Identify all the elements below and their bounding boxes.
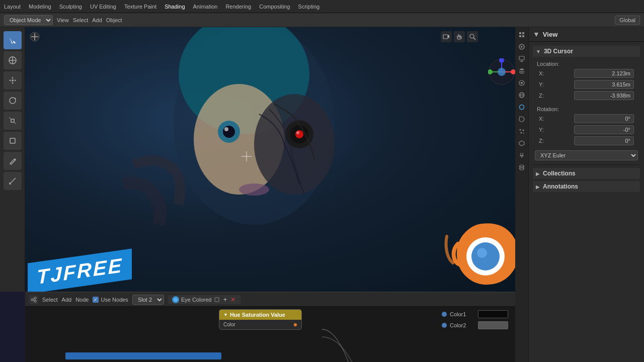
ry-row: Y: -0°: [537, 125, 636, 134]
toolbar-view[interactable]: View: [57, 17, 69, 23]
svg-point-67: [31, 299, 33, 301]
view-header: ▼ View: [529, 27, 644, 42]
svg-point-63: [520, 165, 524, 167]
properties-view-icon[interactable]: [516, 29, 527, 40]
material-delete-icon[interactable]: ✕: [229, 296, 236, 303]
object-icon[interactable]: [516, 102, 527, 113]
output-icon[interactable]: [516, 53, 527, 64]
svg-line-6: [9, 117, 11, 119]
svg-line-29: [473, 38, 475, 40]
mode-select[interactable]: Object Mode: [4, 15, 53, 25]
z-label: Z:: [539, 93, 574, 99]
svg-rect-5: [11, 119, 14, 122]
menu-layout[interactable]: Layout: [4, 4, 21, 10]
location-label: Location:: [537, 61, 636, 67]
color2-label: Color2: [450, 322, 475, 328]
node-toolbar: Select Add Node ✓ Use Nodes Slot 2 Eye C…: [25, 293, 515, 307]
hand-icon[interactable]: [454, 31, 465, 42]
svg-line-7: [14, 122, 16, 124]
rx-value[interactable]: 0°: [574, 114, 634, 123]
color2-dot: [442, 323, 447, 328]
global-dropdown[interactable]: Global: [615, 16, 640, 25]
panel-content: ▼ 3D Cursor Location: X: 2.123m Y: 3.615…: [529, 42, 644, 198]
main-viewport[interactable]: TJFREE: [25, 27, 528, 292]
menu-sculpting[interactable]: Sculpting: [59, 4, 82, 10]
search-icon[interactable]: [467, 31, 478, 42]
blender-logo: [443, 209, 521, 287]
menu-modeling[interactable]: Modeling: [29, 4, 51, 10]
collections-section: ▶ Collections: [533, 168, 640, 179]
svg-rect-43: [519, 32, 521, 34]
physics-icon[interactable]: [516, 138, 527, 149]
annotations-section: ▶ Annotations: [533, 181, 640, 192]
toolbar-add[interactable]: Add: [92, 17, 102, 23]
slot-select[interactable]: Slot 2: [132, 295, 164, 305]
world-icon[interactable]: [516, 89, 527, 101]
svg-point-28: [470, 34, 474, 38]
cursor-rotation-area: Rotation: X: 0° Y: -0° Z: 0°: [533, 104, 640, 149]
svg-rect-45: [519, 35, 521, 37]
constraints-icon[interactable]: [516, 150, 527, 161]
use-nodes-toggle[interactable]: ✓ Use Nodes: [93, 297, 128, 303]
color2-row: Color2: [440, 320, 510, 330]
menu-compositing[interactable]: Compositing: [259, 4, 290, 10]
svg-point-18: [224, 127, 228, 131]
node-select[interactable]: Select: [42, 297, 58, 303]
modifier-icon[interactable]: [516, 114, 527, 125]
viewport-controls: [441, 31, 478, 42]
ry-label: Y:: [539, 127, 574, 133]
color-swatches-area: Color1 Color2: [440, 309, 510, 331]
menu-uv-editing[interactable]: UV Editing: [90, 4, 116, 10]
collections-header[interactable]: ▶ Collections: [533, 168, 640, 179]
annotations-header[interactable]: ▶ Annotations: [533, 181, 640, 192]
x-value[interactable]: 2.123m: [574, 69, 634, 78]
menu-texture-paint[interactable]: Texture Paint: [124, 4, 156, 10]
scene-icon[interactable]: [516, 77, 527, 88]
menu-scripting[interactable]: Scripting: [298, 4, 319, 10]
menu-shading[interactable]: Shading: [165, 4, 185, 10]
view-layer-icon[interactable]: [516, 65, 527, 76]
annotations-title: Annotations: [543, 183, 578, 190]
cursor-tool[interactable]: [4, 51, 22, 69]
y-value[interactable]: 3.615m: [574, 80, 634, 89]
node-editor-icon[interactable]: [29, 295, 38, 304]
particles-icon[interactable]: [516, 126, 527, 137]
select-tool[interactable]: [4, 31, 22, 49]
material-browse-icon[interactable]: [213, 296, 220, 303]
node-node[interactable]: Node: [75, 297, 89, 303]
move-tool[interactable]: [4, 71, 22, 89]
material-new-icon[interactable]: +: [221, 296, 228, 303]
measure-tool[interactable]: [4, 172, 22, 190]
node-add[interactable]: Add: [62, 297, 72, 303]
rotate-tool[interactable]: [4, 92, 22, 110]
menu-animation[interactable]: Animation: [193, 4, 218, 10]
ry-value[interactable]: -0°: [574, 125, 634, 134]
rotation-mode-select[interactable]: XYZ Euler: [535, 150, 638, 160]
z-value[interactable]: -3.938m: [574, 91, 634, 100]
data-icon[interactable]: [516, 162, 527, 173]
menu-rendering[interactable]: Rendering: [225, 4, 251, 10]
hue-saturation-node[interactable]: ▼ Hue Saturation Value Color: [219, 309, 302, 330]
toolbar-select[interactable]: Select: [73, 17, 89, 23]
node-canvas[interactable]: ▼ Hue Saturation Value Color Color1 Colo…: [25, 307, 515, 362]
toolbar-object[interactable]: Object: [106, 17, 122, 23]
svg-line-71: [33, 300, 34, 301]
camera-icon[interactable]: [441, 31, 452, 42]
svg-point-59: [521, 132, 522, 134]
cursor-section-header[interactable]: ▼ 3D Cursor: [533, 46, 640, 57]
rx-row: X: 0°: [537, 114, 636, 123]
rz-value[interactable]: 0°: [574, 136, 634, 145]
annotate-tool[interactable]: [4, 152, 22, 170]
svg-point-37: [498, 68, 506, 76]
node-editor: Select Add Node ✓ Use Nodes Slot 2 Eye C…: [25, 292, 515, 362]
rz-label: Z:: [539, 138, 574, 144]
color2-swatch[interactable]: [478, 321, 508, 329]
scale-tool[interactable]: [4, 112, 22, 130]
use-nodes-checkbox[interactable]: ✓: [93, 297, 99, 303]
cursor-triangle: ▼: [536, 49, 541, 54]
render-icon[interactable]: [516, 41, 527, 52]
transform-tool[interactable]: [4, 132, 22, 150]
viewport-gizmo[interactable]: [488, 58, 516, 86]
color1-swatch[interactable]: [478, 310, 508, 318]
svg-point-56: [520, 105, 524, 110]
